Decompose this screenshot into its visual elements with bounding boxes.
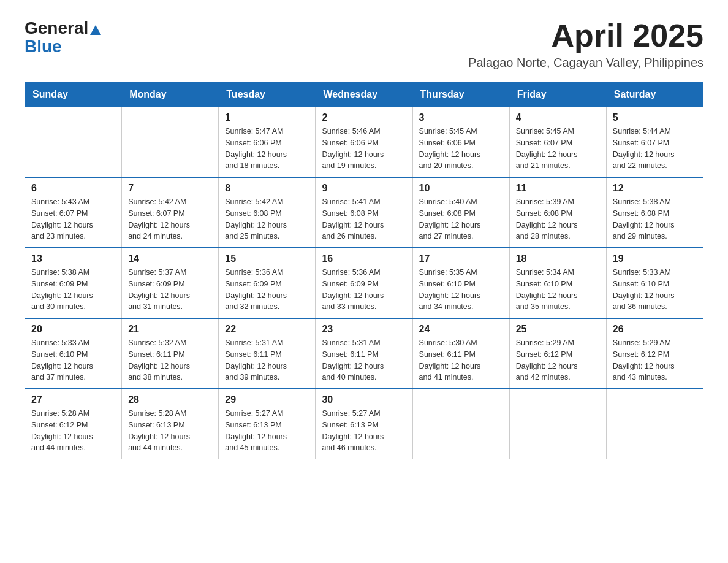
calendar-header-row: SundayMondayTuesdayWednesdayThursdayFrid… <box>25 83 703 107</box>
calendar-cell: 28Sunrise: 5:28 AM Sunset: 6:13 PM Dayli… <box>122 389 219 459</box>
calendar-cell: 22Sunrise: 5:31 AM Sunset: 6:11 PM Dayli… <box>219 318 316 389</box>
day-number: 17 <box>419 253 503 264</box>
calendar-cell: 24Sunrise: 5:30 AM Sunset: 6:11 PM Dayli… <box>412 318 509 389</box>
calendar-week-row: 20Sunrise: 5:33 AM Sunset: 6:10 PM Dayli… <box>25 318 703 389</box>
day-number: 29 <box>225 394 309 405</box>
calendar-cell: 2Sunrise: 5:46 AM Sunset: 6:06 PM Daylig… <box>316 107 412 177</box>
day-info: Sunrise: 5:36 AM Sunset: 6:09 PM Dayligh… <box>322 267 406 313</box>
day-number: 1 <box>225 112 309 123</box>
calendar-cell: 25Sunrise: 5:29 AM Sunset: 6:12 PM Dayli… <box>509 318 606 389</box>
calendar-cell: 17Sunrise: 5:35 AM Sunset: 6:10 PM Dayli… <box>412 248 509 318</box>
day-number: 19 <box>613 253 697 264</box>
day-info: Sunrise: 5:32 AM Sunset: 6:11 PM Dayligh… <box>128 337 212 383</box>
day-number: 22 <box>225 324 309 335</box>
col-header-sunday: Sunday <box>25 83 122 107</box>
calendar-cell: 23Sunrise: 5:31 AM Sunset: 6:11 PM Dayli… <box>316 318 412 389</box>
calendar-cell <box>606 389 703 459</box>
day-info: Sunrise: 5:36 AM Sunset: 6:09 PM Dayligh… <box>225 267 309 313</box>
calendar-cell: 18Sunrise: 5:34 AM Sunset: 6:10 PM Dayli… <box>509 248 606 318</box>
day-number: 4 <box>516 112 600 123</box>
col-header-friday: Friday <box>509 83 606 107</box>
calendar-week-row: 6Sunrise: 5:43 AM Sunset: 6:07 PM Daylig… <box>25 177 703 248</box>
day-number: 12 <box>613 183 697 194</box>
day-number: 25 <box>516 324 600 335</box>
day-info: Sunrise: 5:27 AM Sunset: 6:13 PM Dayligh… <box>322 408 406 454</box>
day-info: Sunrise: 5:38 AM Sunset: 6:09 PM Dayligh… <box>31 267 115 313</box>
day-info: Sunrise: 5:33 AM Sunset: 6:10 PM Dayligh… <box>613 267 697 313</box>
calendar-cell: 7Sunrise: 5:42 AM Sunset: 6:07 PM Daylig… <box>122 177 219 248</box>
day-info: Sunrise: 5:42 AM Sunset: 6:07 PM Dayligh… <box>128 196 212 242</box>
calendar-cell <box>412 389 509 459</box>
day-number: 18 <box>516 253 600 264</box>
day-number: 20 <box>31 324 115 335</box>
day-info: Sunrise: 5:34 AM Sunset: 6:10 PM Dayligh… <box>516 267 600 313</box>
col-header-monday: Monday <box>122 83 219 107</box>
col-header-tuesday: Tuesday <box>219 83 316 107</box>
month-title: April 2025 <box>468 18 703 53</box>
calendar-cell <box>509 389 606 459</box>
day-info: Sunrise: 5:29 AM Sunset: 6:12 PM Dayligh… <box>613 337 697 383</box>
day-info: Sunrise: 5:31 AM Sunset: 6:11 PM Dayligh… <box>225 337 309 383</box>
calendar-cell: 8Sunrise: 5:42 AM Sunset: 6:08 PM Daylig… <box>219 177 316 248</box>
calendar-week-row: 1Sunrise: 5:47 AM Sunset: 6:06 PM Daylig… <box>25 107 703 177</box>
day-number: 5 <box>613 112 697 123</box>
calendar-cell: 3Sunrise: 5:45 AM Sunset: 6:06 PM Daylig… <box>412 107 509 177</box>
day-number: 2 <box>322 112 406 123</box>
day-number: 13 <box>31 253 115 264</box>
day-number: 23 <box>322 324 406 335</box>
calendar-cell: 26Sunrise: 5:29 AM Sunset: 6:12 PM Dayli… <box>606 318 703 389</box>
calendar-cell: 15Sunrise: 5:36 AM Sunset: 6:09 PM Dayli… <box>219 248 316 318</box>
day-number: 11 <box>516 183 600 194</box>
logo-general-text: General <box>25 18 88 38</box>
calendar-cell: 13Sunrise: 5:38 AM Sunset: 6:09 PM Dayli… <box>25 248 122 318</box>
calendar-cell: 4Sunrise: 5:45 AM Sunset: 6:07 PM Daylig… <box>509 107 606 177</box>
col-header-saturday: Saturday <box>606 83 703 107</box>
day-number: 6 <box>31 183 115 194</box>
col-header-thursday: Thursday <box>412 83 509 107</box>
day-number: 10 <box>419 183 503 194</box>
calendar-cell: 30Sunrise: 5:27 AM Sunset: 6:13 PM Dayli… <box>316 389 412 459</box>
calendar-cell <box>25 107 122 177</box>
day-info: Sunrise: 5:29 AM Sunset: 6:12 PM Dayligh… <box>516 337 600 383</box>
calendar-cell: 14Sunrise: 5:37 AM Sunset: 6:09 PM Dayli… <box>122 248 219 318</box>
day-info: Sunrise: 5:28 AM Sunset: 6:13 PM Dayligh… <box>128 408 212 454</box>
calendar-cell: 12Sunrise: 5:38 AM Sunset: 6:08 PM Dayli… <box>606 177 703 248</box>
day-info: Sunrise: 5:30 AM Sunset: 6:11 PM Dayligh… <box>419 337 503 383</box>
day-info: Sunrise: 5:43 AM Sunset: 6:07 PM Dayligh… <box>31 196 115 242</box>
calendar-cell: 27Sunrise: 5:28 AM Sunset: 6:12 PM Dayli… <box>25 389 122 459</box>
calendar-cell: 29Sunrise: 5:27 AM Sunset: 6:13 PM Dayli… <box>219 389 316 459</box>
day-number: 3 <box>419 112 503 123</box>
day-info: Sunrise: 5:42 AM Sunset: 6:08 PM Dayligh… <box>225 196 309 242</box>
day-info: Sunrise: 5:45 AM Sunset: 6:07 PM Dayligh… <box>516 126 600 172</box>
calendar-cell: 10Sunrise: 5:40 AM Sunset: 6:08 PM Dayli… <box>412 177 509 248</box>
day-info: Sunrise: 5:27 AM Sunset: 6:13 PM Dayligh… <box>225 408 309 454</box>
calendar-table: SundayMondayTuesdayWednesdayThursdayFrid… <box>25 82 703 459</box>
day-number: 9 <box>322 183 406 194</box>
day-info: Sunrise: 5:47 AM Sunset: 6:06 PM Dayligh… <box>225 126 309 172</box>
page-header: General Blue April 2025 Palagao Norte, C… <box>25 18 703 70</box>
calendar-cell: 1Sunrise: 5:47 AM Sunset: 6:06 PM Daylig… <box>219 107 316 177</box>
calendar-cell: 11Sunrise: 5:39 AM Sunset: 6:08 PM Dayli… <box>509 177 606 248</box>
day-info: Sunrise: 5:38 AM Sunset: 6:08 PM Dayligh… <box>613 196 697 242</box>
day-info: Sunrise: 5:33 AM Sunset: 6:10 PM Dayligh… <box>31 337 115 383</box>
calendar-cell: 21Sunrise: 5:32 AM Sunset: 6:11 PM Dayli… <box>122 318 219 389</box>
day-info: Sunrise: 5:28 AM Sunset: 6:12 PM Dayligh… <box>31 408 115 454</box>
day-number: 8 <box>225 183 309 194</box>
day-info: Sunrise: 5:40 AM Sunset: 6:08 PM Dayligh… <box>419 196 503 242</box>
day-number: 27 <box>31 394 115 405</box>
day-info: Sunrise: 5:45 AM Sunset: 6:06 PM Dayligh… <box>419 126 503 172</box>
calendar-week-row: 27Sunrise: 5:28 AM Sunset: 6:12 PM Dayli… <box>25 389 703 459</box>
day-number: 24 <box>419 324 503 335</box>
day-number: 16 <box>322 253 406 264</box>
day-number: 26 <box>613 324 697 335</box>
calendar-cell: 20Sunrise: 5:33 AM Sunset: 6:10 PM Dayli… <box>25 318 122 389</box>
logo: General Blue <box>25 18 101 56</box>
day-info: Sunrise: 5:46 AM Sunset: 6:06 PM Dayligh… <box>322 126 406 172</box>
day-number: 30 <box>322 394 406 405</box>
calendar-cell: 19Sunrise: 5:33 AM Sunset: 6:10 PM Dayli… <box>606 248 703 318</box>
day-number: 28 <box>128 394 212 405</box>
day-info: Sunrise: 5:37 AM Sunset: 6:09 PM Dayligh… <box>128 267 212 313</box>
col-header-wednesday: Wednesday <box>316 83 412 107</box>
calendar-cell <box>122 107 219 177</box>
svg-marker-0 <box>90 25 101 35</box>
